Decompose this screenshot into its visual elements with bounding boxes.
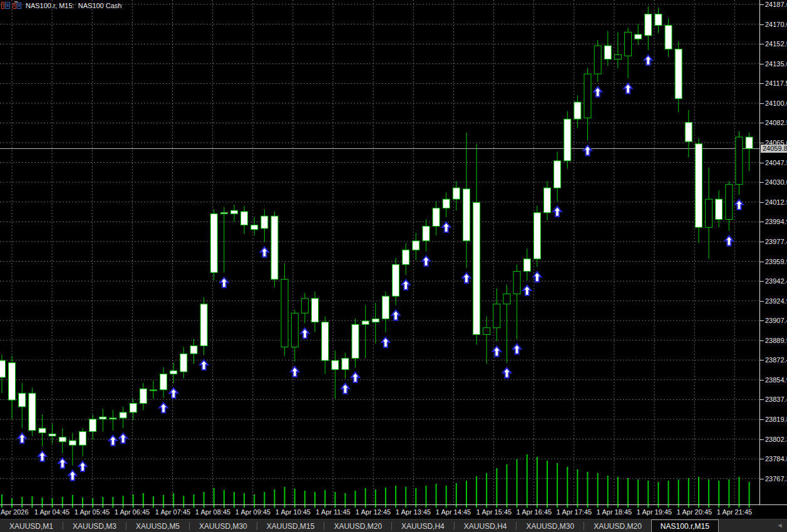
tab-item[interactable]: XAUUSD,M5 bbox=[126, 519, 189, 532]
candle bbox=[463, 133, 470, 268]
candle bbox=[19, 383, 26, 428]
buy-arrow-icon bbox=[260, 247, 269, 257]
candle bbox=[696, 138, 702, 243]
buy-arrow-icon bbox=[301, 329, 309, 339]
buy-arrow-icon bbox=[624, 83, 632, 93]
price-axis-label: 23924.9 bbox=[760, 297, 787, 305]
buy-arrow-icon bbox=[18, 433, 26, 443]
candle bbox=[503, 285, 510, 362]
candle bbox=[614, 32, 621, 68]
tab-item[interactable]: XAUUSD,M1 bbox=[0, 519, 63, 532]
buy-arrow-icon bbox=[58, 458, 66, 468]
chart-header: NAS100.r, M15: NAS100 Cash bbox=[1, 1, 121, 9]
candle bbox=[655, 8, 662, 34]
buy-arrow-icon bbox=[200, 360, 208, 370]
candle bbox=[90, 415, 96, 440]
buy-arrow-icon bbox=[79, 461, 87, 471]
candle bbox=[635, 24, 642, 44]
buy-arrow-icon bbox=[442, 222, 450, 232]
time-axis-label: 1 Apr 10:45 bbox=[275, 508, 311, 516]
time-axis[interactable]: 1 Apr 20261 Apr 04:451 Apr 05:451 Apr 06… bbox=[0, 504, 787, 519]
price-axis-label: 23784.8 bbox=[760, 455, 787, 463]
candle bbox=[301, 293, 308, 324]
price-axis-label: 24012.5 bbox=[760, 198, 787, 206]
time-axis-label: 1 Apr 15:45 bbox=[476, 508, 512, 516]
candle bbox=[160, 367, 167, 398]
tab-item[interactable]: XAUUSD,M20 bbox=[584, 519, 651, 532]
buy-arrow-icon bbox=[523, 285, 531, 295]
price-axis-label: 24082.5 bbox=[760, 119, 787, 126]
tab-item-active[interactable]: NAS100.r,M15 bbox=[651, 519, 719, 532]
buy-arrow-icon bbox=[291, 367, 299, 377]
buy-arrow-icon bbox=[119, 433, 127, 443]
tab-item[interactable]: XAUUSD,M30 bbox=[517, 519, 584, 532]
price-axis[interactable]: 24187.624170.024152.524135.024117.524100… bbox=[759, 0, 787, 504]
time-axis-label: 1 Apr 05:45 bbox=[75, 508, 110, 516]
chart-window-icon bbox=[13, 1, 21, 9]
price-axis-label: 24100.0 bbox=[760, 100, 787, 107]
time-axis-label: 1 Apr 19:45 bbox=[637, 508, 672, 516]
time-axis-label: 1 Apr 2026 bbox=[0, 508, 29, 516]
price-axis-label: 23802.3 bbox=[760, 436, 787, 443]
candle bbox=[69, 432, 76, 465]
chart-title: NAS100.r, M15: NAS100 Cash bbox=[26, 2, 121, 9]
buy-arrow-icon bbox=[584, 145, 592, 155]
time-axis-label: 1 Apr 21:45 bbox=[717, 508, 752, 516]
candle bbox=[251, 217, 258, 235]
price-axis-label: 24030.0 bbox=[760, 178, 787, 186]
price-axis-label: 23889.9 bbox=[760, 337, 787, 344]
tab-item[interactable]: XAUUSD,M20 bbox=[324, 519, 391, 532]
candle bbox=[453, 181, 460, 210]
candle bbox=[200, 297, 207, 355]
buy-arrow-icon bbox=[422, 256, 430, 266]
candle bbox=[685, 110, 692, 158]
chart-tab-bar: XAUUSD,M1XAUUSD,M3XAUUSD,M5XAUUSD,M30XAU… bbox=[0, 519, 787, 532]
price-axis-label: 23854.9 bbox=[760, 376, 787, 384]
candle bbox=[544, 181, 551, 220]
candle bbox=[312, 292, 319, 332]
candle bbox=[220, 207, 227, 273]
price-axis-label: 24170.0 bbox=[760, 21, 787, 28]
buy-arrow-icon bbox=[735, 200, 743, 210]
candle bbox=[393, 258, 399, 305]
time-axis-label: 1 Apr 17:45 bbox=[557, 508, 592, 516]
price-axis-label: 23819.8 bbox=[760, 416, 787, 423]
tab-item[interactable]: XAUUSD,M15 bbox=[257, 519, 324, 532]
time-axis-label: 1 Apr 08:45 bbox=[195, 508, 230, 516]
candle bbox=[271, 212, 278, 287]
candle bbox=[584, 68, 591, 140]
tab-item[interactable]: XAUUSD,H4 bbox=[455, 519, 517, 532]
order-list-icon bbox=[1, 1, 10, 9]
candle bbox=[110, 410, 116, 431]
price-axis-label: 24187.6 bbox=[760, 1, 787, 8]
tab-item[interactable]: XAUUSD,M3 bbox=[63, 519, 126, 532]
candle bbox=[120, 407, 126, 428]
tab-item[interactable]: XAUUSD,M30 bbox=[190, 519, 257, 532]
candle bbox=[382, 292, 389, 332]
tab-scroll-left-icon[interactable]: ◄ bbox=[776, 521, 783, 529]
candle bbox=[281, 263, 288, 356]
time-axis-label: 1 Apr 18:45 bbox=[597, 508, 632, 516]
candle bbox=[493, 289, 500, 342]
candlestick-chart[interactable] bbox=[0, 0, 759, 504]
price-axis-label: 24117.5 bbox=[760, 79, 787, 87]
candle bbox=[513, 265, 520, 339]
buy-arrow-icon bbox=[725, 236, 733, 246]
time-axis-label: 1 Apr 11:45 bbox=[316, 508, 350, 516]
price-axis-label: 23907.4 bbox=[760, 317, 787, 324]
price-axis-label: 23994.9 bbox=[760, 218, 787, 225]
candle bbox=[59, 428, 66, 453]
time-axis-label: 1 Apr 09:45 bbox=[235, 508, 270, 516]
buy-arrow-icon bbox=[463, 273, 471, 283]
candle bbox=[180, 347, 187, 379]
candle bbox=[291, 310, 298, 362]
time-axis-label: 1 Apr 20:45 bbox=[677, 508, 712, 516]
price-axis-label: 23767.3 bbox=[760, 475, 787, 483]
buy-arrow-icon bbox=[503, 368, 511, 378]
candle bbox=[523, 249, 530, 281]
candle bbox=[9, 356, 16, 419]
candle bbox=[736, 131, 743, 195]
tab-item[interactable]: XAUUSD,H4 bbox=[392, 519, 454, 532]
candle bbox=[423, 220, 430, 252]
candle bbox=[716, 190, 723, 227]
